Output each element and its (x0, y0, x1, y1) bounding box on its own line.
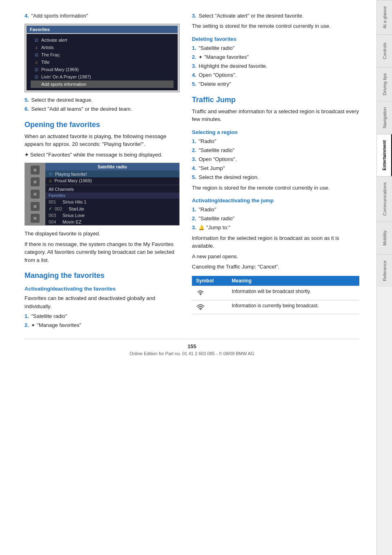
manage-star-icon: ✦ (31, 322, 35, 329)
section-opening-favorites-title: Opening the favorites (24, 121, 180, 129)
screenshot1-inner: ☑ Activate alert ♪ Artists ☑ The Fray; (27, 34, 178, 90)
step-d5-text: "Delete entry" (198, 81, 231, 87)
traffic-jump-para: Traffic and weather information for a se… (192, 107, 359, 123)
page-number: 155 (24, 343, 359, 349)
screenshot1-row-4: ♫ Title (31, 58, 174, 66)
note-no-message: If there is no message, the system chang… (24, 240, 180, 264)
favorites-screenshot: Favorites ☑ Activate alert ♪ Artists ☑ T (24, 24, 180, 92)
step-m2-text: "Manage favorites" (37, 322, 81, 328)
screenshot1-row-1: ☑ Activate alert (31, 36, 174, 44)
sat-left-panel: ⊞ ⊞ ⊞ ⊞ ⊞ (25, 163, 45, 225)
step-j2-text: "Satellite radio" (198, 215, 234, 222)
svg-point-0 (200, 293, 201, 295)
sat-music-icon: ♫ (49, 178, 52, 183)
step-j1-num: 1. (192, 206, 196, 213)
sat-ch004-row: 004 Movin EZ (45, 219, 179, 225)
step-r3: 3. Open "Options". (192, 156, 359, 163)
sat-ch002-text: StarLite (69, 206, 84, 211)
del-star-icon: ✦ (198, 54, 203, 61)
step-m2-num: 2. (24, 322, 29, 328)
sat-ch001-row: 001 Sirius Hits 1 (45, 199, 179, 205)
step-r3-text: Open "Options". (198, 156, 236, 162)
sat-icon-2: ⊞ (31, 177, 40, 186)
symbol-1 (192, 286, 228, 300)
table-row-2: Information is currently being broadcast… (192, 300, 359, 314)
steps-jump: 1. "Radio" 2. "Satellite radio" 3. 🔔 "Ju… (192, 206, 359, 232)
step-m1-num: 1. (24, 313, 29, 319)
main-content: 4. "Add sports information" Favorites ☑ … (0, 0, 376, 555)
step-5-num: 5. (24, 97, 29, 103)
step-d5: 5. "Delete entry" (192, 81, 359, 88)
tab-driving-tips[interactable]: Driving tips (377, 67, 392, 101)
step-r4: 4. "Set Jump" (192, 165, 359, 172)
sat-header-title: Satellite radio (45, 163, 179, 170)
tab-at-a-glance[interactable]: At a glance (377, 0, 392, 34)
section-managing-favorites-title: Managing the favorites (24, 271, 180, 280)
subsection-deleting-title: Deleting favorites (192, 36, 359, 42)
step-d2-num: 2. (192, 54, 196, 60)
step-r4-text: "Set Jump" (198, 165, 225, 171)
section-traffic-jump-title: Traffic Jump (192, 96, 359, 104)
sat-ch001-text: Sirius Hits 1 (62, 199, 87, 204)
tab-communications[interactable]: Communications (377, 176, 392, 222)
tab-bar: At a glance Controls Driving tips Naviga… (376, 0, 392, 555)
step-m1: 1. "Satellite radio" (24, 313, 180, 320)
step-d2: 2. ✦ "Manage favorites" (192, 54, 359, 61)
sat-ch003-num: 003 (49, 213, 60, 218)
sat-playing-row: ☆ Playing favorite! (45, 170, 179, 177)
broadcast-soon-svg (196, 289, 205, 296)
step-4-text: "Add sports information" (31, 13, 88, 19)
step-d5-num: 5. (192, 81, 196, 87)
addsports-text: Add sports information (41, 82, 86, 87)
step-d3-text: Highlight the desired favorite. (198, 63, 267, 69)
steps-deleting: 1. "Satellite radio" 2. ✦ "Manage favori… (192, 45, 359, 88)
step-5: 5. Select the desired league. (24, 96, 180, 104)
step-d1-num: 1. (192, 45, 196, 51)
activate-alert-icon: ☑ (34, 38, 39, 43)
step-j2: 2. "Satellite radio" (192, 215, 359, 222)
sat-allchannels-text: All Channels (49, 187, 74, 192)
tab-mobility[interactable]: Mobility (377, 222, 392, 254)
satellite-radio-screenshot: ⊞ ⊞ ⊞ ⊞ ⊞ Satellite radio ☆ Playing favo… (24, 163, 180, 226)
steps-managing: 1. "Satellite radio" 2. ✦ "Manage favori… (24, 313, 180, 329)
screenshot1-row-6: ☑ Livin' On A Prayer (1987) (31, 73, 174, 81)
sat-icon-5: ⊞ (31, 214, 40, 223)
broadcast-now-svg (196, 303, 205, 310)
tab-navigation[interactable]: Navigation (377, 101, 392, 134)
step-d4-text: Open "Options". (198, 72, 236, 78)
jump-note2: A new panel opens. (192, 253, 359, 261)
artists-icon: ♪ (34, 45, 39, 50)
step-d3-num: 3. (192, 63, 196, 69)
step-j2-num: 2. (192, 215, 196, 222)
screenshot1-title: Favorites (27, 26, 178, 33)
screenshot1-row-3: ☑ The Fray; (31, 51, 174, 58)
meaning-2: Information is currently being broadcast… (228, 300, 360, 314)
footer-text: Online Edition for Part no. 01 41 2 603 … (129, 351, 254, 356)
step-d1-text: "Satellite radio" (198, 45, 234, 51)
step-j1: 1. "Radio" (192, 206, 359, 213)
symbol-2 (192, 300, 228, 314)
right-step-3-note: The setting is stored for the remote con… (192, 22, 359, 30)
tab-controls[interactable]: Controls (377, 34, 392, 67)
sat-icon-3: ⊞ (31, 190, 40, 199)
bell-icon: 🔔 (198, 225, 205, 231)
steps-selecting-region: 1. "Radio" 2. "Satellite radio" 3. Open … (192, 138, 359, 181)
tab-entertainment[interactable]: Entertainment (377, 134, 392, 176)
step-d4: 4. Open "Options". (192, 72, 359, 79)
subsection-activating-favorites-title: Activating/deactivating the favorites (24, 286, 180, 292)
step-6: 6. Select "Add all teams" or the desired… (24, 105, 180, 113)
step-r5-num: 5. (192, 174, 196, 180)
page-footer: 155 Online Edition for Part no. 01 41 2 … (24, 339, 359, 356)
step-5-text: Select the desired league. (31, 97, 92, 103)
step-r2-num: 2. (192, 147, 196, 153)
tab-reference[interactable]: Reference (377, 254, 392, 287)
sat-ch003-row: 003 Sirius Love (45, 212, 179, 219)
step-r1-text: "Radio" (198, 138, 216, 144)
step-r1: 1. "Radio" (192, 138, 359, 145)
thefray-text: The Fray; (41, 52, 60, 57)
step-m1-text: "Satellite radio" (31, 313, 67, 319)
sat-allchannels-row: All Channels (45, 185, 179, 192)
region-note: The region is stored for the remote cont… (192, 184, 359, 192)
step-d3: 3. Highlight the desired favorite. (192, 63, 359, 70)
artists-text: Artists (41, 45, 54, 50)
